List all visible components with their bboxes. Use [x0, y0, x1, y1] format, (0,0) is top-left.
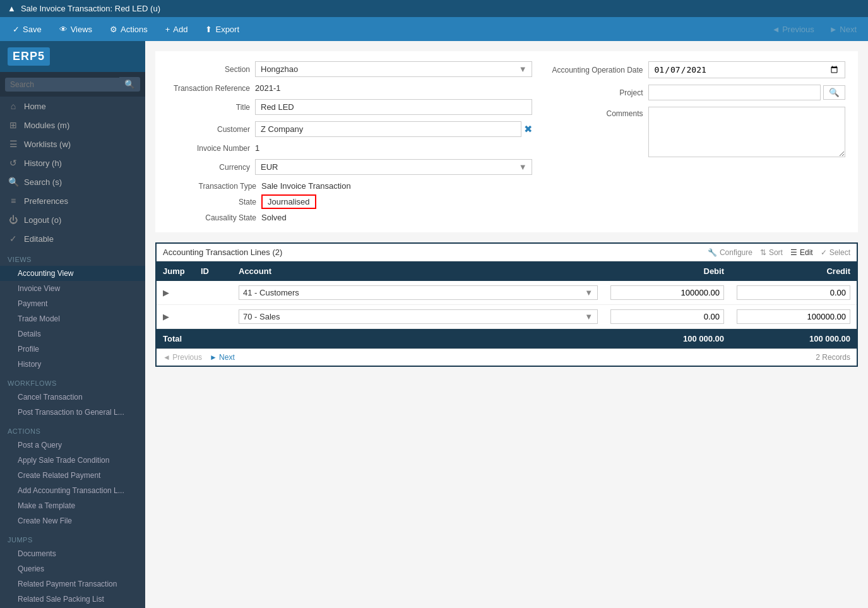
- logout-icon: ⏻: [8, 215, 19, 225]
- save-icon: ✓: [13, 25, 20, 34]
- sidebar-item-profile[interactable]: Profile: [0, 342, 145, 357]
- sidebar-item-home[interactable]: ⌂ Home: [0, 97, 145, 116]
- currency-row: Currency EUR ▼: [168, 159, 532, 175]
- row2-debit-input[interactable]: [610, 309, 724, 324]
- col-id: ID: [194, 261, 232, 281]
- col-jump: Jump: [157, 261, 194, 281]
- tl-next-button[interactable]: ► Next: [210, 353, 235, 362]
- erp5-logo: ERP5: [8, 47, 50, 66]
- actions-button[interactable]: ⚙ Actions: [102, 21, 155, 37]
- history-icon: ↺: [8, 158, 19, 168]
- project-label: Project: [542, 88, 643, 97]
- save-button[interactable]: ✓ Save: [5, 21, 49, 37]
- row2-credit-input[interactable]: [737, 309, 850, 324]
- views-section-header: VIEWS: [0, 251, 145, 266]
- configure-icon: 🔧: [708, 248, 717, 257]
- edit-button[interactable]: ☰ Edit: [790, 248, 813, 257]
- customer-input[interactable]: [255, 121, 521, 137]
- tl-previous-button[interactable]: ◄ Previous: [163, 353, 202, 362]
- tl-footer: ◄ Previous ► Next 2 Records: [157, 349, 857, 366]
- sidebar-item-history-view[interactable]: History: [0, 357, 145, 372]
- section-select[interactable]: Hongzhao: [255, 61, 532, 77]
- total-label: Total: [157, 329, 604, 349]
- causality-rows: Causality State Solved: [168, 213, 845, 222]
- customer-clear-button[interactable]: ✖: [524, 123, 532, 135]
- row1-jump[interactable]: ▶: [157, 283, 194, 302]
- add-button[interactable]: + Add: [158, 21, 196, 37]
- form-container: Section Hongzhao ▼ Transaction Reference…: [155, 51, 858, 232]
- export-button[interactable]: ⬆ Export: [198, 21, 247, 37]
- sidebar-item-worklists[interactable]: ☰ Worklists (w): [0, 134, 145, 153]
- workflows-section-header: WORKFLOWS: [0, 374, 145, 390]
- sidebar-item-create-payment[interactable]: Create Related Payment: [0, 468, 145, 483]
- previous-nav[interactable]: ◄ Previous: [766, 21, 821, 37]
- modules-icon: ⊞: [8, 120, 19, 130]
- currency-label: Currency: [168, 163, 250, 172]
- content-area: Section Hongzhao ▼ Transaction Reference…: [145, 41, 868, 608]
- records-count: 2 Records: [816, 353, 850, 362]
- row2-credit: [730, 305, 857, 328]
- comments-textarea[interactable]: [648, 107, 845, 157]
- configure-button[interactable]: 🔧 Configure: [708, 248, 752, 257]
- sidebar-item-logout[interactable]: ⏻ Logout (o): [0, 210, 145, 229]
- sidebar-item-search[interactable]: 🔍 Search (s): [0, 172, 145, 191]
- accounting-date-label: Accounting Operation Date: [542, 66, 643, 75]
- sidebar-item-post-transaction[interactable]: Post Transaction to General L...: [0, 405, 145, 420]
- search-button[interactable]: 🔍: [119, 77, 140, 92]
- sidebar: ERP5 🔍 ⌂ Home ⊞ Modules (m) ☰ Worklists …: [0, 41, 145, 608]
- sidebar-item-history[interactable]: ↺ History (h): [0, 153, 145, 172]
- views-icon: 👁: [59, 25, 68, 34]
- editable-icon: ✓: [8, 234, 19, 244]
- sidebar-item-editable[interactable]: ✓ Editable: [0, 229, 145, 248]
- sidebar-item-invoice-view[interactable]: Invoice View: [0, 281, 145, 296]
- sidebar-item-payment[interactable]: Payment: [0, 296, 145, 311]
- row1-debit-input[interactable]: [610, 285, 724, 300]
- main-form-row: Section Hongzhao ▼ Transaction Reference…: [168, 61, 845, 175]
- sidebar-item-details[interactable]: Details: [0, 326, 145, 342]
- next-nav[interactable]: ► Next: [823, 21, 863, 37]
- project-input[interactable]: [648, 85, 821, 100]
- preferences-icon: ≡: [8, 196, 19, 206]
- search-icon: 🔍: [8, 177, 19, 187]
- sidebar-item-trade-model[interactable]: Trade Model: [0, 311, 145, 326]
- sidebar-search-area: 🔍: [0, 72, 145, 97]
- col-debit: Debit: [604, 261, 730, 281]
- row1-account-select[interactable]: 41 - Customers: [239, 285, 598, 300]
- project-search-button[interactable]: 🔍: [823, 85, 845, 100]
- row1-account: 41 - Customers ▼: [232, 281, 604, 304]
- state-label: State: [168, 198, 256, 206]
- up-arrow-icon: ▲: [8, 4, 16, 13]
- row2-account-select[interactable]: 70 - Sales: [239, 309, 598, 324]
- row2-jump[interactable]: ▶: [157, 307, 194, 326]
- sidebar-item-post-query[interactable]: Post a Query: [0, 438, 145, 453]
- sidebar-item-queries[interactable]: Queries: [0, 561, 145, 576]
- currency-select[interactable]: EUR: [255, 159, 532, 175]
- sidebar-item-make-template[interactable]: Make a Template: [0, 498, 145, 513]
- tl-title: Accounting Transaction Lines (2): [163, 247, 282, 257]
- sidebar-item-documents[interactable]: Documents: [0, 546, 145, 561]
- accounting-date-input[interactable]: [648, 61, 845, 78]
- select-button[interactable]: ✓ Select: [821, 248, 850, 257]
- sidebar-item-accounting-view[interactable]: Accounting View: [0, 266, 145, 281]
- sidebar-item-create-file[interactable]: Create New File: [0, 513, 145, 528]
- home-icon: ⌂: [8, 101, 19, 111]
- search-input[interactable]: [5, 78, 119, 92]
- accounting-date-row: Accounting Operation Date: [542, 61, 845, 78]
- sidebar-item-add-accounting[interactable]: Add Accounting Transaction L...: [0, 483, 145, 498]
- causality-state-label: Causality State: [168, 213, 256, 222]
- total-credit: 100 000.00: [730, 329, 857, 349]
- sidebar-item-cancel-transaction[interactable]: Cancel Transaction: [0, 390, 145, 405]
- views-button[interactable]: 👁 Views: [52, 21, 100, 37]
- total-row: Total 100 000.00 100 000.00: [157, 329, 857, 349]
- sidebar-item-apply-sale[interactable]: Apply Sale Trade Condition: [0, 453, 145, 468]
- sidebar-item-modules[interactable]: ⊞ Modules (m): [0, 116, 145, 134]
- row1-credit-input[interactable]: [737, 285, 850, 300]
- sidebar-item-preferences[interactable]: ≡ Preferences: [0, 191, 145, 210]
- sidebar-item-related-payment[interactable]: Related Payment Transaction: [0, 576, 145, 592]
- sidebar-item-related-packing[interactable]: Related Sale Packing List: [0, 592, 145, 607]
- causality-state-value: Solved: [261, 213, 287, 222]
- state-rows: State Journalised: [168, 194, 845, 209]
- actions-section-header: ACTIONS: [0, 422, 145, 438]
- title-input[interactable]: [255, 99, 532, 115]
- sort-button[interactable]: ⇅ Sort: [760, 248, 783, 257]
